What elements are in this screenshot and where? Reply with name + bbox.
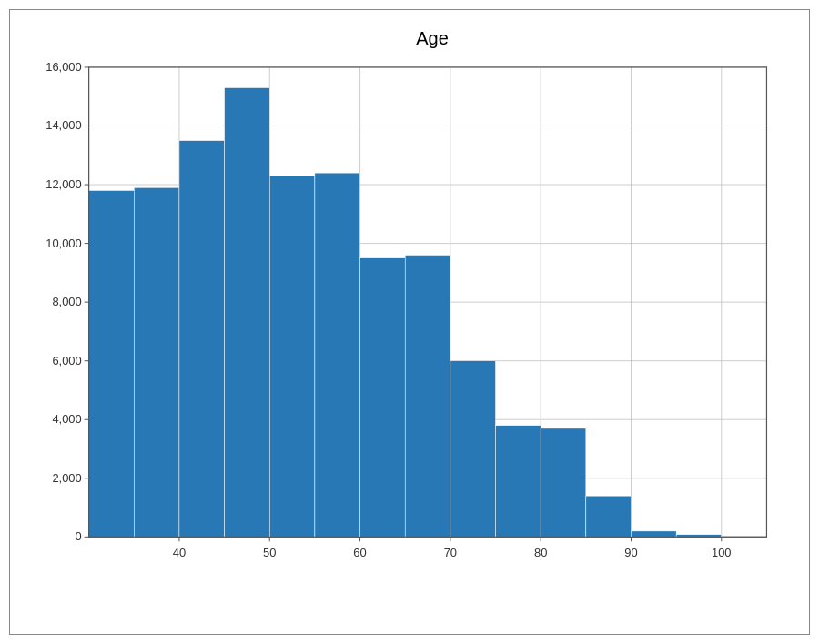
svg-rect-24: [360, 258, 406, 538]
svg-rect-20: [179, 141, 225, 538]
svg-text:8,000: 8,000: [52, 295, 81, 308]
svg-rect-19: [134, 187, 179, 537]
svg-text:90: 90: [624, 546, 637, 559]
svg-text:4,000: 4,000: [52, 412, 81, 426]
histogram-svg: 02,0004,0006,0008,00010,00012,00014,0001…: [74, 58, 791, 582]
svg-text:40: 40: [173, 546, 186, 559]
svg-text:12,000: 12,000: [46, 177, 81, 191]
svg-rect-18: [89, 190, 135, 537]
svg-text:10,000: 10,000: [46, 236, 81, 250]
svg-rect-27: [496, 426, 541, 538]
svg-rect-21: [225, 88, 270, 538]
svg-rect-23: [315, 173, 360, 537]
chart-container: Age 02,0004,0006,0008,00010,00012,00014,…: [9, 9, 810, 635]
svg-text:50: 50: [263, 546, 276, 559]
svg-rect-26: [450, 361, 496, 538]
svg-text:14,000: 14,000: [46, 118, 81, 132]
chart-area: 02,0004,0006,0008,00010,00012,00014,0001…: [74, 58, 791, 582]
svg-text:0: 0: [75, 529, 81, 543]
svg-text:6,000: 6,000: [52, 354, 81, 367]
svg-rect-25: [405, 255, 450, 537]
svg-rect-29: [586, 496, 632, 537]
svg-text:100: 100: [712, 546, 732, 559]
svg-text:16,000: 16,000: [46, 60, 81, 74]
svg-rect-28: [541, 428, 586, 537]
svg-rect-22: [269, 176, 315, 537]
svg-text:60: 60: [353, 546, 366, 559]
svg-text:70: 70: [444, 546, 457, 559]
svg-rect-30: [631, 531, 676, 537]
svg-text:80: 80: [534, 546, 547, 559]
chart-title: Age: [74, 28, 791, 49]
svg-text:2,000: 2,000: [52, 471, 81, 485]
